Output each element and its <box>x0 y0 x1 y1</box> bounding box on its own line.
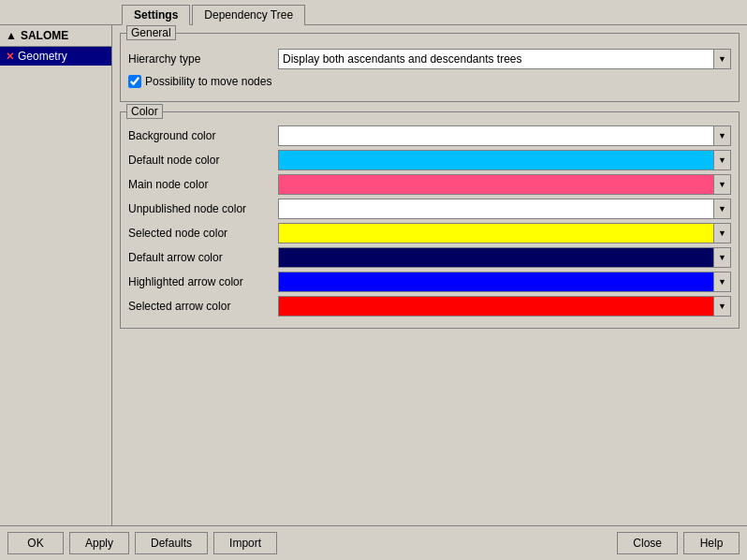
selected-arrow-color-swatch[interactable] <box>278 296 714 317</box>
sidebar-title: SALOME <box>21 29 68 42</box>
default-arrow-color-swatch[interactable] <box>278 247 714 268</box>
close-icon: ✕ <box>6 51 14 63</box>
color-row-highlighted-arrow-color: Highlighted arrow color▼ <box>128 272 731 292</box>
hierarchy-type-label: Hierarchy type <box>128 52 278 66</box>
sidebar-item-geometry[interactable]: ✕ Geometry <box>0 47 111 66</box>
unpublished-node-color-btn[interactable]: ▼ <box>714 199 731 219</box>
background-color-control: ▼ <box>278 125 731 146</box>
color-row-selected-node-color: Selected node color▼ <box>128 223 731 243</box>
selected-arrow-color-label: Selected arrow color <box>128 300 278 313</box>
color-row-unpublished-node-color: Unpublished node color▼ <box>128 199 731 219</box>
close-button[interactable]: Close <box>617 532 678 554</box>
background-color-swatch[interactable] <box>278 125 714 146</box>
color-row-background-color: Background color▼ <box>128 125 731 146</box>
defaults-button[interactable]: Defaults <box>135 532 208 554</box>
sidebar: ▲ SALOME ✕ Geometry <box>0 25 112 525</box>
highlighted-arrow-color-btn[interactable]: ▼ <box>714 272 731 292</box>
color-row-main-node-color: Main node color▼ <box>128 174 731 195</box>
default-node-color-label: Default node color <box>128 154 278 167</box>
button-bar: OK Apply Defaults Import Close Help <box>0 525 747 560</box>
color-group-label: Color <box>126 104 163 119</box>
default-node-color-control: ▼ <box>278 150 731 170</box>
import-button[interactable]: Import <box>213 532 277 554</box>
unpublished-node-color-control: ▼ <box>278 199 731 219</box>
color-row-default-node-color: Default node color▼ <box>128 150 731 170</box>
unpublished-node-color-label: Unpublished node color <box>128 202 278 215</box>
default-arrow-color-control: ▼ <box>278 247 731 268</box>
btn-group-left: OK Apply Defaults Import <box>7 532 277 554</box>
sidebar-header: ▲ SALOME <box>0 25 111 47</box>
default-node-color-swatch[interactable] <box>278 150 714 170</box>
hierarchy-type-dropdown-btn[interactable]: ▼ <box>714 49 731 69</box>
main-layout: ▲ SALOME ✕ Geometry General Hierarchy ty… <box>0 25 747 525</box>
help-button[interactable]: Help <box>683 532 740 554</box>
salome-icon: ▲ <box>6 29 17 42</box>
highlighted-arrow-color-control: ▼ <box>278 272 731 292</box>
color-row-selected-arrow-color: Selected arrow color▼ <box>128 296 731 317</box>
default-node-color-btn[interactable]: ▼ <box>714 150 731 170</box>
selected-node-color-control: ▼ <box>278 223 731 243</box>
tab-settings[interactable]: Settings <box>122 5 190 25</box>
move-nodes-label: Possibility to move nodes <box>145 75 271 88</box>
main-node-color-label: Main node color <box>128 178 278 191</box>
selected-arrow-color-control: ▼ <box>278 296 731 317</box>
tab-dependency-tree[interactable]: Dependency Tree <box>192 5 305 25</box>
highlighted-arrow-color-swatch[interactable] <box>278 272 714 292</box>
selected-node-color-btn[interactable]: ▼ <box>714 223 731 243</box>
ok-button[interactable]: OK <box>7 532 64 554</box>
general-group-label: General <box>126 25 176 40</box>
general-group: General Hierarchy type Display both asce… <box>120 33 740 102</box>
btn-group-right: Close Help <box>617 532 740 554</box>
content-area: General Hierarchy type Display both asce… <box>112 25 747 525</box>
main-node-color-control: ▼ <box>278 174 731 195</box>
sidebar-item-label: Geometry <box>18 50 67 63</box>
apply-button[interactable]: Apply <box>69 532 129 554</box>
default-arrow-color-btn[interactable]: ▼ <box>714 247 731 268</box>
default-arrow-color-label: Default arrow color <box>128 251 278 264</box>
unpublished-node-color-swatch[interactable] <box>278 199 714 219</box>
move-nodes-row: Possibility to move nodes <box>128 75 731 88</box>
selected-arrow-color-btn[interactable]: ▼ <box>714 296 731 317</box>
main-node-color-swatch[interactable] <box>278 174 714 195</box>
background-color-label: Background color <box>128 129 278 142</box>
hierarchy-type-control: Display both ascendants and descendants … <box>278 49 731 69</box>
selected-node-color-label: Selected node color <box>128 227 278 240</box>
main-node-color-btn[interactable]: ▼ <box>714 174 731 195</box>
background-color-btn[interactable]: ▼ <box>714 125 731 146</box>
hierarchy-type-dropdown-value[interactable]: Display both ascendants and descendants … <box>278 49 714 69</box>
color-row-default-arrow-color: Default arrow color▼ <box>128 247 731 268</box>
hierarchy-type-row: Hierarchy type Display both ascendants a… <box>128 49 731 69</box>
tab-bar: Settings Dependency Tree <box>0 0 747 25</box>
highlighted-arrow-color-label: Highlighted arrow color <box>128 275 278 288</box>
selected-node-color-swatch[interactable] <box>278 223 714 243</box>
color-group: Color Background color▼Default node colo… <box>120 111 740 329</box>
move-nodes-checkbox[interactable] <box>128 75 141 88</box>
